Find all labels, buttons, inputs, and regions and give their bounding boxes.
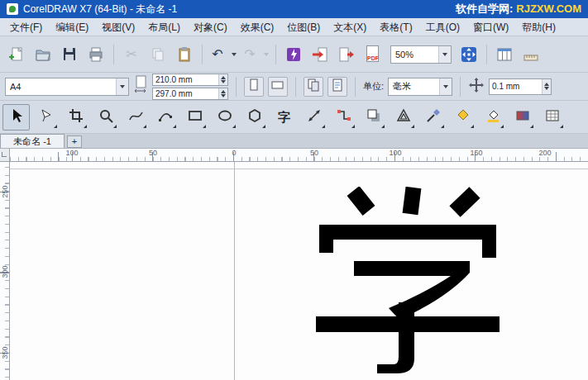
zoom-level-combo[interactable]: 50% [390,45,452,64]
flyout-caret-icon [84,125,87,128]
units-dropdown[interactable] [439,78,452,95]
menu-window[interactable]: 窗口(W) [466,19,515,36]
publish-pdf-button[interactable]: PDF [361,42,385,67]
cut-button[interactable]: ✂ [119,42,144,67]
search-content-button[interactable] [281,42,306,67]
full-screen-preview-button[interactable] [457,42,481,67]
drawing-canvas[interactable] [10,162,588,380]
eyedropper-tool[interactable] [419,104,447,131]
zoom-tool[interactable] [92,104,119,131]
ruler-origin-corner[interactable] [0,149,10,162]
connector-icon [336,107,352,126]
current-page-button[interactable] [327,77,347,97]
page-width-value: 210.0 mm [153,75,218,84]
page-height-spinbox[interactable]: 297.0 mm [152,88,228,100]
cut-scissors-icon: ✂ [126,48,136,61]
units-combo[interactable]: 毫米 [388,78,452,96]
app-logo-icon[interactable] [7,3,18,15]
print-button[interactable] [84,42,108,67]
smart-fill-tool[interactable] [449,104,476,131]
preset-dropdown[interactable] [116,78,128,95]
pick-cursor-icon [8,107,25,126]
all-pages-button[interactable] [304,77,323,97]
text-tool[interactable]: 字 [270,104,298,131]
menu-table[interactable]: 表格(T) [373,19,418,36]
menu-effects[interactable]: 效果(C) [234,19,281,36]
bspline-curve-icon [157,107,174,126]
drop-shadow-tool[interactable] [360,104,387,131]
zoom-dropdown[interactable] [438,46,451,63]
menu-object[interactable]: 对象(C) [187,19,234,36]
page-preset-combo[interactable]: A4 [5,78,129,96]
shape-tool[interactable] [32,104,60,131]
nudge-spin-arrows[interactable] [542,79,551,94]
flyout-caret-icon [203,125,206,128]
polygon-tool[interactable] [241,104,268,131]
flyout-caret-icon [322,125,325,128]
redo-button[interactable]: ↷ [240,45,260,64]
current-page-icon [329,77,346,96]
menu-view[interactable]: 视图(V) [95,19,141,36]
ruler-options-button[interactable] [519,42,543,67]
menu-help[interactable]: 帮助(H) [515,19,562,36]
copy-button[interactable] [146,42,170,67]
pick-tool[interactable] [2,104,30,131]
all-pages-icon [305,77,322,96]
landscape-button[interactable] [268,77,288,97]
menu-text[interactable]: 文本(X) [327,19,373,36]
freehand-tool[interactable] [122,104,149,131]
vertical-ruler[interactable]: 250 300 350 [0,162,10,380]
nudge-spinbox[interactable]: 0.1 mm [489,78,552,95]
ellipse-icon [217,107,233,126]
document-tab-active[interactable]: 未命名 -1 [0,134,65,148]
undo-dropdown[interactable] [229,42,238,67]
paste-button[interactable] [172,42,197,67]
portrait-button[interactable] [244,77,264,97]
text-object-glyph[interactable] [314,187,501,377]
horizontal-ruler[interactable]: 100 50 0 50 100 150 200 [10,149,588,162]
menu-edit[interactable]: 编辑(E) [49,19,95,36]
new-page-button[interactable]: + [67,135,82,148]
undo-button[interactable]: ↶ [208,45,227,64]
smart-fill-icon [455,107,471,126]
export-button[interactable] [334,42,359,67]
ellipse-tool[interactable] [211,104,238,131]
ruler-number: 300 [1,265,9,278]
mesh-grid-icon [544,107,561,126]
connector-tool[interactable] [330,104,357,131]
dimension-tool[interactable] [300,104,327,131]
fill-tool[interactable] [479,104,506,131]
width-spin-arrows[interactable] [218,74,227,85]
chevron-down-icon [120,85,125,88]
flyout-caret-icon [113,125,117,128]
landscape-page-icon [270,77,286,96]
import-icon [311,45,329,64]
interactive-fill-tool[interactable] [509,104,536,131]
toolbar-separator [295,77,296,97]
new-document-button[interactable] [4,42,29,67]
redo-dropdown[interactable] [261,42,270,67]
menu-tools[interactable]: 工具(O) [419,19,466,36]
flyout-caret-icon [351,125,355,128]
menu-bitmaps[interactable]: 位图(B) [280,19,327,36]
rectangle-tool[interactable] [181,104,208,131]
crop-tool[interactable] [62,104,89,131]
save-button[interactable] [57,42,82,67]
toolbar-separator [460,77,461,97]
view-options-button[interactable] [492,42,517,67]
import-button[interactable] [308,42,332,67]
gradient-fill-icon [514,107,531,126]
flyout-caret-icon [471,125,474,128]
menu-file[interactable]: 文件(F) [3,19,49,36]
page-height-value: 297.0 mm [153,89,218,98]
open-button[interactable] [31,42,55,67]
bspline-tool[interactable] [151,104,179,131]
page-width-spinbox[interactable]: 210.0 mm [152,74,228,86]
menu-bar: 文件(F) 编辑(E) 视图(V) 布局(L) 对象(C) 效果(C) 位图(B… [0,18,588,36]
spin-up-icon [544,83,549,86]
height-spin-arrows[interactable] [218,88,227,99]
contour-tool[interactable] [390,104,417,131]
menu-layout[interactable]: 布局(L) [141,19,187,36]
ruler-number: 100 [65,149,78,157]
mesh-fill-tool[interactable] [538,104,566,131]
